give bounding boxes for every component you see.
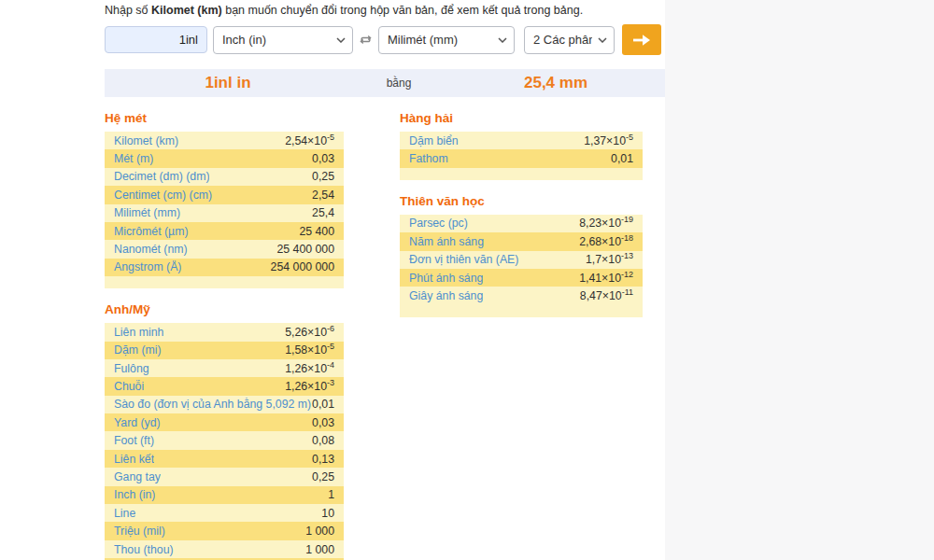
unit-link[interactable]: Yard (yd) [114, 416, 161, 429]
section-thien-van-hoc: Thiên văn học Parsec (pc)8,23×10-19Năm á… [400, 193, 643, 317]
unit-link[interactable]: Phút ánh sáng [409, 272, 483, 285]
unit-value-exponent: -18 [621, 233, 633, 243]
unit-value-number: 0,25 [312, 470, 334, 483]
unit-value: 8,47×10-11 [580, 289, 633, 302]
table-row: Sào đo (đơn vị của Anh bằng 5,092 m) (rd… [105, 396, 344, 413]
precision-label: 2 Các phân s [533, 33, 592, 47]
table-row: Mét (m)0,03 [105, 149, 344, 167]
unit-link[interactable]: Gang tay [114, 470, 161, 483]
anh-my-table: Liên minh5,26×10-6Dặm (mi)1,58×10-5Fulôn… [105, 323, 344, 558]
table-row: Inch (in)1 [105, 486, 344, 504]
unit-value: 1,58×10-5 [285, 343, 334, 357]
unit-link[interactable]: Dặm (mi) [114, 343, 162, 357]
from-unit-select[interactable]: Inch (in) [213, 26, 353, 54]
unit-link[interactable]: Liên minh [114, 326, 163, 339]
unit-link[interactable]: Foot (ft) [114, 434, 154, 447]
table-row: Đơn vị thiên văn (AE)1,7×10-13 [400, 251, 643, 269]
converter-toolbar: Inch (in) Milimét (mm) 2 Các phân s [105, 24, 665, 55]
unit-value: 1,26×10-4 [285, 362, 334, 375]
unit-value: 0,03 [312, 416, 334, 429]
table-row: Liên minh5,26×10-6 [105, 323, 344, 341]
unit-value-number: 8,23×10 [579, 217, 621, 230]
result-equals-label: bằng [351, 77, 446, 90]
unit-value-number: 0,08 [312, 434, 334, 447]
left-column: Hệ mét Kilomet (km)2,54×10-5Mét (m)0,03D… [105, 110, 344, 560]
table-row: Line10 [105, 504, 344, 522]
unit-value-number: 0,13 [312, 453, 334, 466]
thien-van-hoc-table: Parsec (pc)8,23×10-19Năm ánh sáng2,68×10… [400, 215, 643, 317]
unit-value-exponent: -12 [621, 270, 633, 279]
unit-link[interactable]: Fathom [409, 152, 448, 165]
section-he-met: Hệ mét Kilomet (km)2,54×10-5Mét (m)0,03D… [105, 110, 344, 288]
unit-link[interactable]: Năm ánh sáng [409, 235, 484, 248]
unit-link[interactable]: Mét (m) [114, 152, 153, 165]
unit-link[interactable]: Line [114, 507, 135, 520]
unit-value-number: 1,58×10 [285, 343, 327, 357]
unit-link[interactable]: Liên kết [114, 453, 154, 466]
unit-link[interactable]: Micrômét (µm) [114, 225, 189, 238]
unit-link[interactable]: Sào đo (đơn vị của Anh bằng 5,092 m) (rd… [114, 398, 312, 411]
amount-input[interactable] [105, 26, 207, 53]
unit-link[interactable]: Centimet (cm) (cm) [114, 189, 212, 202]
table-row: Kilomet (km)2,54×10-5 [105, 132, 344, 149]
table-row: Centimet (cm) (cm)2,54 [105, 186, 344, 203]
table-row: Milimét (mm)25,4 [105, 204, 344, 222]
he-met-table: Kilomet (km)2,54×10-5Mét (m)0,03Decimet … [105, 132, 344, 288]
instruction-unit-name: Kilomet (km) [151, 4, 222, 17]
unit-link[interactable]: Nanomét (nm) [114, 243, 188, 256]
unit-link[interactable]: Decimet (dm) (dm) [114, 170, 209, 183]
unit-value-number: 2,68×10 [579, 235, 621, 248]
right-background-panel [665, 0, 934, 560]
unit-value: 2,68×10-18 [579, 235, 633, 248]
precision-select[interactable]: 2 Các phân s [524, 26, 615, 54]
unit-link[interactable]: Parsec (pc) [409, 217, 468, 230]
unit-value: 1 000 [305, 543, 334, 556]
unit-value-number: 1 000 [305, 543, 334, 556]
unit-value: 254 000 000 [271, 260, 334, 273]
unit-value-number: 25 400 000 [276, 243, 334, 256]
unit-link[interactable]: Đơn vị thiên văn (AE) [409, 253, 518, 266]
unit-value: 25,4 [312, 206, 334, 219]
unit-value: 25 400 000 [276, 243, 334, 256]
table-row: Fulông1,26×10-4 [105, 359, 344, 377]
unit-value-number: 25 400 [299, 225, 334, 238]
unit-link[interactable]: Thou (thou) [114, 543, 174, 556]
to-unit-select[interactable]: Milimét (mm) [378, 26, 515, 54]
unit-link[interactable]: Dặm biển [409, 134, 459, 147]
unit-link[interactable]: Triệu (mil) [114, 525, 165, 538]
right-column: Hàng hải Dặm biển1,37×10-5Fathom0,01 Thi… [400, 110, 643, 560]
chevron-down-icon [598, 37, 607, 43]
table-row: Phút ánh sáng1,41×10-12 [400, 269, 643, 287]
table-row: Dặm (mi)1,58×10-5 [105, 342, 344, 359]
unit-link[interactable]: Fulông [114, 362, 149, 375]
table-row: Fathom0,01 [400, 149, 643, 167]
unit-link[interactable]: Kilomet (km) [114, 134, 178, 147]
convert-button[interactable] [622, 24, 661, 55]
unit-value-number: 2,54 [312, 189, 334, 202]
unit-value: 0,01 [611, 152, 633, 165]
unit-link[interactable]: Chuỗi [114, 380, 144, 393]
unit-value: 25 400 [299, 225, 334, 238]
unit-value: 0,08 [312, 434, 334, 447]
unit-value: 0,01 [312, 398, 334, 411]
swap-units-icon[interactable] [358, 33, 373, 47]
unit-value: 8,23×10-19 [579, 217, 633, 230]
unit-value-exponent: -4 [327, 360, 334, 370]
unit-value-number: 8,47×10 [580, 289, 622, 302]
chevron-down-icon [498, 37, 507, 43]
unit-link[interactable]: Inch (in) [114, 488, 155, 501]
table-row: Năm ánh sáng2,68×10-18 [400, 232, 643, 250]
section-anh-my: Anh/Mỹ Liên minh5,26×10-6Dặm (mi)1,58×10… [105, 301, 344, 560]
unit-value: 0,13 [312, 453, 334, 466]
unit-link[interactable]: Angstrom (Å) [114, 260, 181, 273]
table-row: Foot (ft)0,08 [105, 431, 344, 449]
unit-value-number: 5,26×10 [285, 326, 327, 339]
table-row: Nanomét (nm)25 400 000 [105, 240, 344, 258]
table-row: Triệu (mil)1 000 [105, 522, 344, 539]
unit-link[interactable]: Giây ánh sáng [409, 289, 483, 302]
unit-link[interactable]: Milimét (mm) [114, 206, 180, 219]
unit-value: 1,26×10-3 [285, 380, 334, 393]
unit-value: 0,25 [312, 470, 334, 483]
unit-value-number: 1,26×10 [285, 380, 327, 393]
unit-value: 1 [328, 488, 334, 501]
